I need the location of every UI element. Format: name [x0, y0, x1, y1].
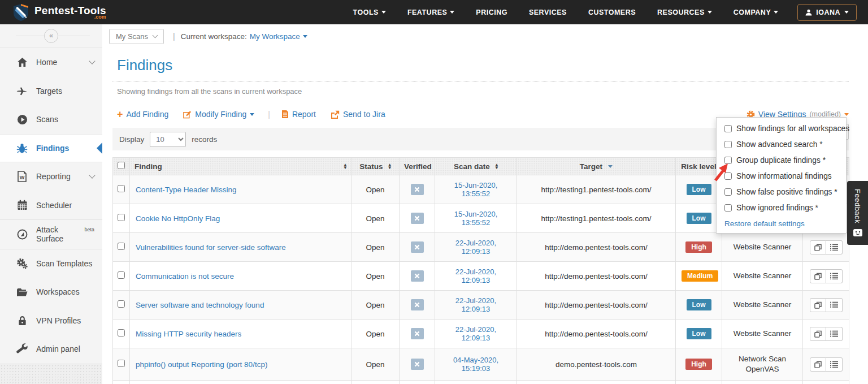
view-settings-option[interactable]: Show false positive findings *	[724, 188, 839, 196]
details-list-button[interactable]	[826, 298, 843, 312]
view-settings-option[interactable]: Show advanced search *	[724, 140, 839, 149]
brand-logo[interactable]: Pentest-Tools .com	[12, 3, 106, 21]
row-checkbox[interactable]	[118, 271, 125, 279]
table-row: Vulnerabilities found for server-side so…	[113, 233, 849, 262]
sidebar-item-targets[interactable]: Targets	[0, 77, 102, 106]
duplicate-finding-button[interactable]	[810, 298, 826, 312]
row-checkbox[interactable]	[118, 185, 125, 192]
list-icon	[830, 273, 838, 279]
sidebar-item-reporting[interactable]: W Reporting	[0, 162, 102, 191]
duplicate-finding-button[interactable]	[810, 269, 826, 283]
verified-toggle-button[interactable]	[411, 359, 424, 370]
view-settings-checkbox[interactable]	[724, 204, 732, 212]
duplicate-finding-button[interactable]	[810, 357, 826, 372]
user-menu-button[interactable]: IOANA	[797, 4, 857, 21]
row-checkbox[interactable]	[118, 360, 125, 367]
sidebar-item-scan-templates[interactable]: Scan Templates	[0, 249, 102, 278]
row-checkbox[interactable]	[118, 243, 125, 250]
x-icon	[414, 244, 420, 250]
verified-toggle-button[interactable]	[411, 213, 424, 224]
view-settings-option[interactable]: Show findings for all workspaces	[724, 124, 839, 133]
x-icon	[414, 187, 420, 192]
found-by-cell: Website Scanner	[722, 291, 803, 320]
row-checkbox[interactable]	[118, 329, 125, 336]
column-header-scan-date[interactable]: Scan date ▴▾	[435, 158, 517, 175]
workspace-switcher[interactable]: My Workspace	[250, 32, 307, 41]
topnav-item[interactable]: COMPANY	[734, 8, 778, 16]
scan-date-link[interactable]: 22-Jul-2020, 12:09:13	[455, 267, 496, 284]
scan-date-link[interactable]: 22-Jul-2020, 12:09:13	[455, 239, 496, 256]
scan-date-link[interactable]: 15-Jun-2020, 13:55:52	[454, 210, 498, 227]
scan-date-link[interactable]: 04-May-2020, 15:19:03	[453, 356, 498, 373]
sidebar-item-findings[interactable]: Findings	[0, 134, 102, 163]
details-list-button[interactable]	[826, 327, 843, 341]
sort-icon: ▴▾	[496, 163, 498, 169]
verified-toggle-button[interactable]	[411, 184, 424, 195]
found-by-cell: Network Scan OpenVAS	[722, 381, 803, 384]
finding-link[interactable]: Missing HTTP security headers	[136, 330, 241, 338]
jet-icon	[16, 85, 28, 97]
topnav-item[interactable]: PRICING	[476, 8, 507, 16]
target-cell: http://demo.pentest-tools.com/	[517, 233, 676, 262]
scan-date-link[interactable]: 22-Jul-2020, 12:09:13	[455, 325, 496, 342]
verified-toggle-button[interactable]	[411, 299, 424, 310]
my-scans-select[interactable]: My Scans	[109, 29, 164, 44]
target-cell: http://demo.pentest-tools.com/	[517, 291, 676, 320]
finding-link[interactable]: Server software and technology found	[136, 301, 264, 309]
duplicate-finding-button[interactable]	[810, 240, 826, 254]
verified-toggle-button[interactable]	[411, 328, 424, 339]
column-header-finding[interactable]: Finding ▴▾	[130, 158, 351, 175]
sidebar-item-vpn-profiles[interactable]: VPN Profiles	[0, 307, 102, 335]
user-name: IOANA	[816, 8, 840, 16]
column-header-target[interactable]: Target	[517, 158, 676, 175]
sidebar-item-scheduler[interactable]: Scheduler	[0, 191, 102, 220]
topnav-item[interactable]: FEATURES	[407, 8, 454, 16]
status-cell: Open	[351, 291, 400, 320]
target-cell: demo.pentest-tools.com	[517, 348, 676, 381]
view-settings-option[interactable]: Group duplicate findings *	[724, 156, 839, 165]
column-header-status[interactable]: Status ▴▾	[351, 158, 400, 175]
view-settings-checkbox[interactable]	[724, 188, 732, 196]
topnav-item[interactable]: TOOLS	[353, 8, 386, 16]
table-row: Server software and technology found Ope…	[113, 291, 849, 320]
select-all-checkbox[interactable]	[118, 162, 125, 169]
column-header-verified[interactable]: Verified	[400, 158, 435, 175]
restore-default-settings-link[interactable]: Restore default settings	[724, 219, 839, 228]
modify-finding-button[interactable]: Modify Finding	[183, 110, 254, 119]
sidebar-item-scans[interactable]: Scans	[0, 105, 102, 134]
row-checkbox[interactable]	[118, 300, 125, 308]
topnav-item[interactable]: RESOURCES	[657, 8, 712, 16]
edit-icon	[183, 110, 192, 119]
details-list-button[interactable]	[826, 357, 843, 372]
scan-date-link[interactable]: 22-Jul-2020, 12:09:13	[455, 296, 496, 313]
view-settings-checkbox[interactable]	[724, 125, 732, 132]
details-list-button[interactable]	[826, 240, 843, 254]
sidebar-collapse-button[interactable]: «	[44, 29, 58, 43]
feedback-tab[interactable]: Feedback	[847, 181, 868, 245]
verified-toggle-button[interactable]	[411, 241, 424, 253]
add-finding-button[interactable]: + Add Finding	[117, 110, 168, 119]
view-settings-option[interactable]: Show ignored findings *	[724, 204, 839, 212]
scan-date-link[interactable]: 15-Jun-2020, 13:55:52	[454, 181, 498, 198]
row-checkbox[interactable]	[118, 214, 125, 221]
finding-link[interactable]: phpinfo() output Reporting (port 80/tcp)	[136, 360, 267, 369]
duplicate-finding-button[interactable]	[810, 327, 826, 341]
finding-link[interactable]: Communication is not secure	[136, 272, 234, 281]
view-settings-checkbox[interactable]	[724, 141, 732, 148]
finding-link[interactable]: Cookie No HttpOnly Flag	[136, 214, 220, 223]
topnav-item[interactable]: SERVICES	[529, 8, 567, 16]
verified-toggle-button[interactable]	[411, 270, 424, 282]
sidebar-item-attack-surface[interactable]: Attack Surface beta	[0, 220, 102, 249]
records-per-page-select[interactable]: 10	[150, 132, 186, 147]
sidebar-item-admin-panel[interactable]: Admin panel	[0, 335, 102, 364]
view-settings-option[interactable]: Show informational findings	[724, 172, 839, 180]
details-list-button[interactable]	[826, 269, 843, 283]
topnav-item[interactable]: CUSTOMERS	[588, 8, 636, 16]
finding-link[interactable]: Vulnerabilities found for server-side so…	[136, 243, 286, 252]
sidebar-item-workspaces[interactable]: Workspaces	[0, 278, 102, 307]
sidebar-item-home[interactable]: Home	[0, 48, 102, 77]
finding-link[interactable]: Content-Type Header Missing	[136, 185, 237, 194]
send-to-jira-button[interactable]: Send to Jira	[331, 110, 385, 119]
report-button[interactable]: Report	[281, 110, 316, 119]
title-divider	[112, 81, 849, 82]
